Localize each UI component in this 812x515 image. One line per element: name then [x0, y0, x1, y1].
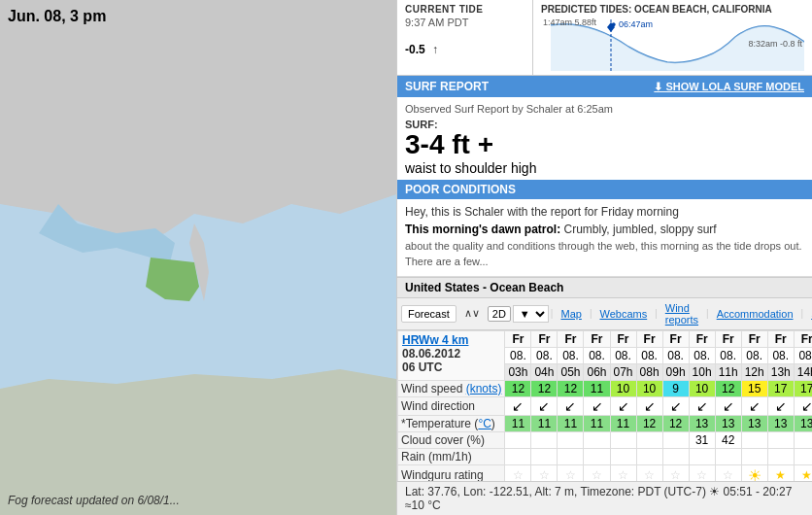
surf-size: 3-4 ft +	[405, 130, 804, 160]
wd-8: ↙	[689, 396, 715, 415]
wd-6: ↙	[636, 396, 662, 415]
model-row: HRWw 4 km 08.06.2012 06 UTC Fr Fr Fr Fr …	[398, 330, 813, 347]
ws-9: 12	[715, 380, 741, 396]
date-2: 08.	[531, 347, 558, 363]
rt-11: ★	[767, 464, 794, 481]
tide-arrow: ↑	[432, 43, 438, 56]
temp-label: *Temperature (°C)	[398, 415, 505, 431]
rain-row: Rain (mm/1h)	[398, 448, 813, 464]
forecast-title: United States - Ocean Beach	[397, 278, 812, 298]
nav-accommodation[interactable]: Accommodation	[711, 306, 799, 322]
hour-10: 12h	[741, 363, 767, 380]
date-12: 08.	[794, 347, 812, 363]
surf-report-title: SURF REPORT	[405, 80, 489, 93]
c-5	[610, 431, 636, 448]
t-8: 13	[689, 415, 715, 431]
wind-speed-label: Wind speed (knots)	[398, 380, 505, 396]
c-11	[767, 431, 794, 448]
hour-3: 05h	[558, 363, 584, 380]
date-8: 08.	[689, 347, 715, 363]
rt-1: ☆	[505, 464, 531, 481]
wind-dir-label: Wind direction	[398, 396, 505, 415]
wind-dir-row: Wind direction ↙ ↙ ↙ ↙ ↙ ↙ ↙ ↙ ↙ ↙ ↙	[398, 396, 813, 415]
ws-10: 15	[741, 380, 767, 396]
r-3	[558, 448, 584, 464]
tide-label-1: 1:47am 5.88ft	[543, 17, 596, 27]
cloud-row: Cloud cover (%) 31 42	[398, 431, 813, 448]
forecast-table: HRWw 4 km 08.06.2012 06 UTC Fr Fr Fr Fr …	[397, 330, 812, 481]
current-tide-time: 9:37 AM PDT	[405, 17, 524, 28]
nav-wind-reports[interactable]: Wind reports	[660, 300, 704, 327]
r-7	[662, 448, 689, 464]
date-9: 08.	[715, 347, 741, 363]
model-date: 08.06.2012	[402, 347, 500, 360]
ws-7: 9	[662, 380, 689, 396]
morning-patrol: This morning's dawn patrol: Crumbly, jum…	[405, 221, 804, 238]
nav-schools[interactable]: Schools/Rentals	[805, 306, 812, 322]
date-7: 08.	[662, 347, 689, 363]
model-name[interactable]: HRWw 4 km	[402, 333, 500, 347]
hour-2: 04h	[531, 363, 558, 380]
ws-6: 10	[636, 380, 662, 396]
current-tide-box: CURRENT TIDE 9:37 AM PDT -0.5 ↑	[397, 0, 533, 75]
nav-2d-select[interactable]: ▼	[513, 305, 549, 323]
date-10: 08.	[741, 347, 767, 363]
r-1	[505, 448, 531, 464]
date-11: 08.	[767, 347, 794, 363]
right-panel: CURRENT TIDE 9:37 AM PDT -0.5 ↑ PREDICTE…	[396, 0, 812, 515]
extra-text: about the quality and conditions through…	[405, 238, 804, 270]
rating-label: Windguru rating	[398, 464, 505, 481]
wd-2: ↙	[531, 396, 558, 415]
nav-forecast[interactable]: Forecast	[401, 305, 457, 323]
t-12: 13	[794, 415, 812, 431]
temp-row: *Temperature (°C) 11 11 11 11 11 12 12 1…	[398, 415, 813, 431]
ws-2: 12	[531, 380, 558, 396]
rt-8: ☆	[689, 464, 715, 481]
t-5: 11	[610, 415, 636, 431]
rt-6: ☆	[636, 464, 662, 481]
show-lola-link[interactable]: ⬇ Show LOLA Surf Model	[654, 81, 804, 93]
c-1	[505, 431, 531, 448]
nav-webcams[interactable]: Webcams	[593, 306, 653, 322]
wd-4: ↙	[584, 396, 610, 415]
c-6	[636, 431, 662, 448]
knots-link[interactable]: (knots)	[466, 382, 502, 395]
report-intro: Hey, this is Schaler with the report for…	[405, 203, 804, 221]
day-fr-11: Fr	[767, 330, 794, 347]
conditions-banner: POOR CONDITIONS	[397, 180, 812, 199]
ws-12: 17	[794, 380, 812, 396]
c-4	[584, 431, 610, 448]
nav-sort[interactable]: ∧∨	[458, 305, 486, 322]
rt-12: ★	[794, 464, 812, 481]
rt-10: ☀	[741, 464, 767, 481]
morning-label: This morning's dawn patrol:	[405, 223, 560, 236]
hour-9: 11h	[715, 363, 741, 380]
date-4: 08.	[584, 347, 610, 363]
surf-description: waist to shoulder high	[405, 160, 804, 176]
wind-speed-row: Wind speed (knots) 12 12 12 11 10 10 9 1…	[398, 380, 813, 396]
hour-8: 10h	[689, 363, 715, 380]
map-panel: Jun. 08, 3 pm Fog forecast updated on 6/…	[0, 0, 396, 515]
rt-5: ☆	[610, 464, 636, 481]
surf-report-header: SURF REPORT ⬇ Show LOLA Surf Model	[397, 76, 812, 97]
surf-report-text: Hey, this is Schaler with the report for…	[405, 203, 804, 270]
rt-2: ☆	[531, 464, 558, 481]
c-9: 42	[715, 431, 741, 448]
nav-2d[interactable]: 2D	[488, 306, 511, 322]
celsius-link[interactable]: °C	[478, 417, 491, 430]
r-4	[584, 448, 610, 464]
model-utc: 06 UTC	[402, 360, 500, 374]
c-2	[531, 431, 558, 448]
hour-12: 14h	[794, 363, 812, 380]
tide-label-2: 8:32am -0.8 ft	[748, 39, 802, 49]
nav-map[interactable]: Map	[555, 306, 587, 322]
r-6	[636, 448, 662, 464]
forecast-table-wrapper[interactable]: HRWw 4 km 08.06.2012 06 UTC Fr Fr Fr Fr …	[397, 330, 812, 481]
day-fr-4: Fr	[584, 330, 610, 347]
day-fr-8: Fr	[689, 330, 715, 347]
fog-forecast-text: Fog forecast updated on 6/08/1...	[8, 494, 180, 507]
surf-report-content: Observed Surf Report by Schaler at 6:25a…	[397, 97, 812, 277]
hour-7: 09h	[662, 363, 689, 380]
wd-3: ↙	[558, 396, 584, 415]
day-fr-2: Fr	[531, 330, 558, 347]
